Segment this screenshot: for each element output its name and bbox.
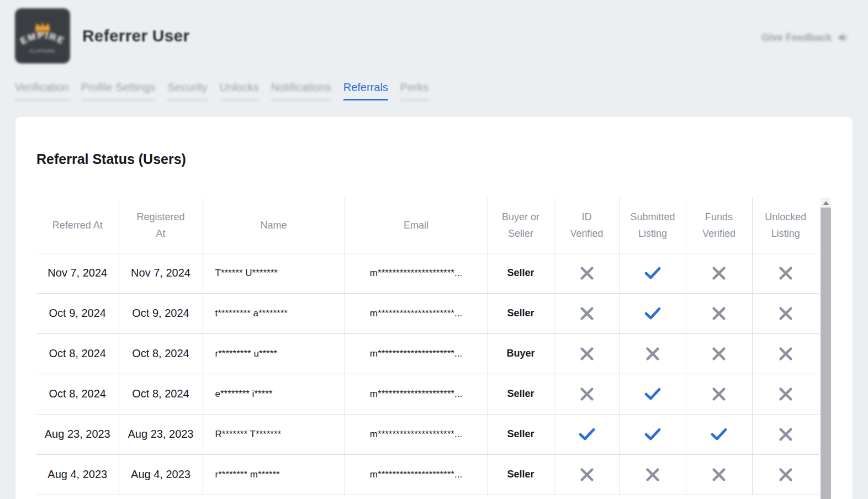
- x-icon: [644, 346, 661, 362]
- cell-role: Seller: [488, 374, 554, 414]
- give-feedback-button[interactable]: Give Feedback: [761, 31, 849, 44]
- column-header: Referred At: [36, 198, 119, 253]
- check-icon: [644, 387, 661, 401]
- cell-funds-verified: [686, 414, 752, 454]
- check-icon: [644, 427, 661, 442]
- tab-profile-settings[interactable]: Profile Settings: [81, 81, 156, 100]
- cell-id-verified: [554, 454, 620, 495]
- panel-heading: Referral Status (Users): [36, 151, 186, 167]
- cell-submitted-listing: [620, 414, 686, 454]
- cell-referred-at: Oct 8, 2024: [36, 374, 119, 414]
- x-icon: [711, 386, 727, 402]
- cell-referred-at: Oct 9, 2024: [36, 293, 119, 333]
- table-row: Oct 8, 2024Oct 8, 2024r********* u*****m…: [36, 333, 819, 374]
- cell-id-verified: [554, 253, 620, 293]
- column-header: Email: [345, 198, 488, 253]
- tab-bar: VerificationProfile SettingsSecurityUnlo…: [15, 81, 428, 100]
- cell-funds-verified: [686, 293, 752, 333]
- cell-registered-at: Oct 8, 2024: [119, 333, 203, 374]
- cell-submitted-listing: [620, 374, 686, 414]
- column-header: Registered At: [119, 198, 203, 253]
- x-icon: [579, 265, 595, 282]
- tab-security[interactable]: Security: [167, 81, 207, 100]
- cell-role: Seller: [488, 414, 554, 454]
- cell-id-verified: [554, 374, 620, 414]
- referral-table-container: Referred AtRegistered AtNameEmailBuyer o…: [36, 198, 831, 499]
- cell-id-verified: [554, 293, 620, 333]
- x-icon: [777, 386, 794, 402]
- crown-icon: [35, 22, 50, 31]
- cell-email: m*********************...: [345, 293, 488, 333]
- x-icon: [711, 466, 727, 483]
- give-feedback-label: Give Feedback: [761, 32, 832, 44]
- cell-referred-at: Nov 7, 2024: [36, 253, 119, 293]
- cell-submitted-listing: [620, 253, 686, 293]
- cell-email: m*********************...: [345, 333, 488, 374]
- logo-word-flippers: FLIPPERS: [30, 49, 55, 53]
- check-icon: [644, 266, 661, 280]
- scrollbar-up-button[interactable]: [821, 198, 831, 208]
- x-icon: [711, 305, 727, 322]
- cell-submitted-listing: [620, 454, 686, 495]
- empire-flippers-logo: EMPIRE FLIPPERS: [15, 8, 70, 63]
- cell-funds-verified: [686, 454, 752, 495]
- cell-submitted-listing: [620, 333, 686, 374]
- tab-perks[interactable]: Perks: [400, 81, 428, 100]
- table-row: Oct 8, 2024Oct 8, 2024e******** i*****m*…: [36, 374, 819, 414]
- table-row: Oct 9, 2024Oct 9, 2024t********* a******…: [36, 293, 819, 333]
- scroll-up-arrow-icon: [823, 201, 829, 205]
- column-header: Buyer or Seller: [488, 198, 554, 253]
- cell-referred-at: Oct 8, 2024: [36, 333, 119, 374]
- cell-registered-at: Aug 4, 2023: [119, 454, 203, 495]
- cell-registered-at: Oct 8, 2024: [119, 374, 203, 414]
- cell-unlocked-listing: [752, 374, 819, 414]
- referral-status-panel: Referral Status (Users) Referred AtRegis…: [15, 117, 853, 499]
- x-icon: [777, 305, 794, 322]
- x-icon: [777, 466, 794, 483]
- cell-name: t********* a********: [203, 293, 345, 333]
- cell-email: m*********************...: [345, 414, 488, 454]
- cell-role: Seller: [488, 253, 554, 293]
- tab-referrals[interactable]: Referrals: [343, 81, 388, 100]
- cell-name: e******** i*****: [203, 374, 345, 414]
- x-icon: [711, 346, 727, 362]
- cell-referred-at: Aug 23, 2023: [36, 414, 119, 454]
- x-icon: [579, 466, 595, 483]
- x-icon: [644, 466, 661, 483]
- tab-notifications[interactable]: Notifications: [271, 81, 331, 100]
- table-row: Aug 4, 2023Aug 4, 2023r******** m******m…: [36, 454, 819, 495]
- x-icon: [777, 265, 794, 282]
- tab-unlocks[interactable]: Unlocks: [220, 81, 259, 100]
- cell-role: Buyer: [488, 333, 554, 374]
- check-icon: [644, 306, 661, 321]
- scrollbar-thumb[interactable]: [821, 208, 831, 499]
- check-icon: [710, 427, 728, 442]
- cell-registered-at: Aug 23, 2023: [119, 414, 203, 454]
- x-icon: [579, 386, 595, 402]
- cell-email: m*********************...: [345, 454, 488, 495]
- cell-submitted-listing: [620, 293, 686, 333]
- empire-flippers-logo-art: EMPIRE FLIPPERS: [15, 8, 70, 63]
- cell-name: r******** m******: [203, 454, 345, 495]
- table-scrollbar: [821, 198, 831, 499]
- column-header: Unlocked Listing: [752, 198, 819, 253]
- page-title: Referrer User: [82, 26, 189, 45]
- table-header-row: Referred AtRegistered AtNameEmailBuyer o…: [36, 198, 819, 253]
- x-icon: [777, 426, 794, 443]
- cell-id-verified: [554, 333, 620, 374]
- referral-status-table: Referred AtRegistered AtNameEmailBuyer o…: [36, 198, 819, 495]
- cell-email: m*********************...: [345, 374, 488, 414]
- cell-unlocked-listing: [752, 293, 819, 333]
- cell-unlocked-listing: [752, 333, 819, 374]
- cell-role: Seller: [488, 454, 554, 495]
- tab-verification[interactable]: Verification: [15, 81, 69, 100]
- referrer-user-page: EMPIRE FLIPPERS Referrer User Give Feedb…: [0, 0, 868, 499]
- cell-email: m*********************...: [345, 253, 488, 293]
- x-icon: [579, 346, 595, 362]
- cell-name: r********* u*****: [203, 333, 345, 374]
- cell-unlocked-listing: [752, 414, 819, 454]
- table-body: Nov 7, 2024Nov 7, 2024T****** U*******m*…: [36, 253, 819, 495]
- megaphone-icon: [837, 31, 849, 44]
- cell-referred-at: Aug 4, 2023: [36, 454, 119, 495]
- cell-name: R******* T*******: [203, 414, 345, 454]
